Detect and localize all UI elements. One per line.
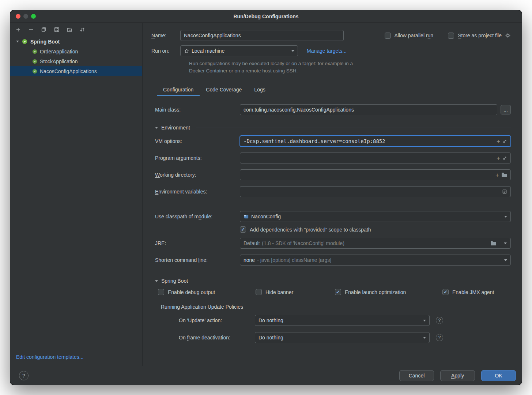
hide-banner-group: Hide banner	[256, 289, 335, 295]
allow-parallel-run-checkbox[interactable]	[385, 33, 391, 39]
spring-boot-options-row: Enable debug output Hide banner Enable l…	[151, 289, 511, 295]
store-as-project-file-checkbox[interactable]	[448, 33, 454, 39]
run-on-label: Run on:	[151, 48, 180, 54]
hide-banner-checkbox[interactable]	[256, 289, 262, 295]
on-frame-deactivation-value: Do nothing	[259, 335, 421, 341]
enable-jmx-agent-checkbox[interactable]	[442, 289, 449, 295]
configuration-form: Main class: ... Environment VM options:	[151, 96, 511, 366]
main-class-input[interactable]	[244, 107, 494, 113]
jre-combobox[interactable]: Default (1.8 - SDK of 'NaconConfig' modu…	[240, 238, 511, 249]
tree-item-stock-application[interactable]: StockApplication	[10, 56, 142, 66]
enable-launch-optimization-checkbox[interactable]	[335, 289, 341, 295]
configurations-tree: Spring Boot OrderApplication StockApplic…	[10, 37, 142, 354]
vm-options-input[interactable]	[244, 138, 494, 144]
shorten-command-line-combobox[interactable]: none - java [options] className [args]	[240, 255, 511, 266]
program-arguments-label: Program arguments:	[155, 155, 240, 161]
vm-options-row: VM options: +	[151, 136, 511, 147]
on-update-action-combobox[interactable]: Do nothing	[255, 315, 430, 326]
run-on-row: Run on: Local machine Manage targets...	[151, 45, 511, 56]
expand-field-icon[interactable]	[502, 156, 507, 161]
plus-icon	[15, 27, 21, 33]
module-combobox[interactable]: NaconConfig	[240, 211, 511, 222]
run-on-combobox[interactable]: Local machine	[180, 45, 298, 56]
copy-configuration-button[interactable]	[41, 27, 47, 33]
enable-debug-output-group: Enable debug output	[158, 289, 256, 295]
run-debug-configurations-dialog: Run/Debug Configurations	[10, 10, 522, 385]
jre-hint: (1.8 - SDK of 'NaconConfig' module)	[262, 240, 488, 246]
apply-button[interactable]: Apply	[440, 370, 475, 381]
browse-folder-icon[interactable]	[490, 241, 496, 246]
help-icon[interactable]	[436, 334, 443, 341]
name-input[interactable]	[184, 33, 340, 38]
spring-boot-section-label: Spring Boot	[161, 278, 188, 284]
allow-parallel-run-label: Allow parallel run	[395, 33, 434, 38]
save-configuration-button[interactable]	[54, 27, 60, 33]
chevron-down-icon[interactable]	[16, 41, 19, 42]
browse-variables-icon[interactable]	[502, 189, 507, 194]
section-rule	[194, 281, 511, 281]
spring-boot-icon	[22, 39, 27, 44]
add-macro-icon[interactable]: +	[495, 172, 499, 178]
enable-jmx-agent-label: Enable JMX agent	[452, 289, 494, 295]
program-arguments-field-wrap: +	[240, 153, 511, 163]
add-macro-icon[interactable]: +	[497, 138, 500, 144]
sidebar-toolbar	[10, 23, 142, 37]
zoom-button[interactable]	[31, 14, 36, 19]
environment-variables-input[interactable]	[244, 189, 500, 195]
configuration-editor-panel: Name: Allow parallel run Store as projec…	[143, 23, 522, 366]
tree-item-label: OrderApplication	[40, 49, 78, 54]
on-frame-deactivation-row: On frame deactivation: Do nothing	[151, 332, 511, 343]
tree-item-nacos-config-applications[interactable]: NacosConfigApplications	[10, 66, 142, 76]
close-button[interactable]	[16, 14, 20, 19]
settings-gear-icon[interactable]	[505, 33, 511, 38]
minimize-button[interactable]	[23, 14, 28, 19]
manage-targets-link[interactable]: Manage targets...	[307, 48, 347, 54]
on-frame-deactivation-label: On frame deactivation:	[179, 335, 255, 341]
expand-field-icon[interactable]	[502, 139, 507, 144]
tree-item-order-application[interactable]: OrderApplication	[10, 46, 142, 56]
enable-jmx-agent-group: Enable JMX agent	[442, 289, 494, 295]
ok-button[interactable]: OK	[481, 370, 516, 381]
shorten-command-line-label: Shorten command line:	[155, 257, 240, 263]
section-rule	[249, 307, 511, 307]
spring-boot-icon	[32, 69, 37, 74]
add-configuration-button[interactable]	[15, 27, 21, 33]
tree-group-label: Spring Boot	[30, 39, 60, 45]
environment-section-header[interactable]: Environment	[151, 125, 511, 131]
chevron-down-icon	[504, 216, 507, 218]
tab-logs[interactable]: Logs	[248, 84, 271, 96]
move-to-folder-button[interactable]	[67, 27, 72, 33]
help-icon[interactable]	[436, 317, 443, 324]
browse-folder-icon[interactable]	[501, 172, 507, 177]
program-arguments-input[interactable]	[244, 155, 494, 161]
on-frame-deactivation-combobox[interactable]: Do nothing	[255, 332, 430, 343]
sort-configurations-button[interactable]	[79, 27, 85, 33]
save-icon	[54, 27, 60, 33]
copy-icon	[41, 27, 47, 33]
edit-configuration-templates-link[interactable]: Edit configuration templates...	[10, 354, 142, 366]
spring-boot-section-header[interactable]: Spring Boot	[151, 278, 511, 284]
chevron-down-icon[interactable]	[155, 280, 158, 282]
provided-scope-checkbox[interactable]	[240, 226, 246, 233]
tree-group-spring-boot[interactable]: Spring Boot	[10, 37, 142, 46]
browse-main-class-button[interactable]: ...	[501, 105, 511, 114]
help-button[interactable]	[19, 371, 29, 380]
name-field-wrap	[180, 30, 344, 41]
enable-debug-output-checkbox[interactable]	[158, 289, 164, 295]
tree-item-label: NacosConfigApplications	[40, 68, 97, 74]
vm-options-field-wrap: +	[240, 136, 511, 147]
remove-configuration-button[interactable]	[28, 27, 34, 33]
add-macro-icon[interactable]: +	[497, 155, 500, 161]
tab-configuration[interactable]: Configuration	[157, 84, 200, 96]
module-icon	[244, 214, 249, 219]
cancel-button[interactable]: Cancel	[399, 370, 434, 381]
chevron-down-icon[interactable]	[504, 242, 507, 244]
window-controls	[16, 10, 36, 22]
on-update-action-value: Do nothing	[259, 317, 421, 323]
tab-code-coverage[interactable]: Code Coverage	[200, 84, 248, 96]
run-on-value: Local machine	[192, 48, 289, 54]
chevron-down-icon[interactable]	[155, 127, 158, 129]
main-class-row: Main class: ...	[151, 104, 511, 115]
working-directory-field-wrap: +	[240, 169, 511, 180]
working-directory-input[interactable]	[244, 172, 493, 178]
